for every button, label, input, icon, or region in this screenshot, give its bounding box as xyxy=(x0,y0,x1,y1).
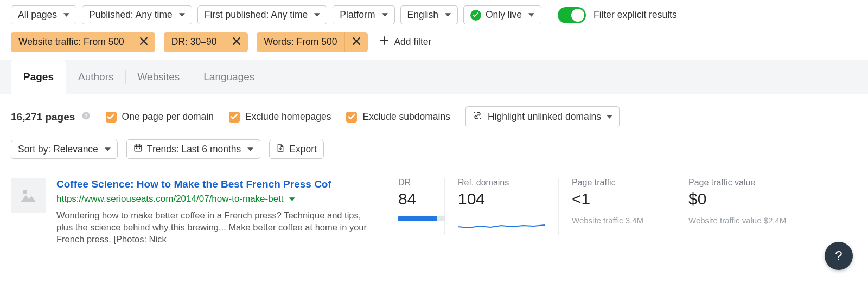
metric-ptv-sub: Website traffic value $2.4M xyxy=(688,216,844,225)
tab-websites[interactable]: Websites xyxy=(125,60,192,94)
result-url[interactable]: https://www.seriouseats.com/2014/07/how-… xyxy=(56,194,284,204)
sort-by-pill[interactable]: Sort by: Relevance xyxy=(11,140,118,159)
caret-down-icon xyxy=(528,12,534,18)
filter-language-label: English xyxy=(407,9,438,21)
filter-published-label: Published: Any time xyxy=(89,9,173,21)
chip-website-traffic[interactable]: Website traffic: From 500 xyxy=(11,32,155,52)
result-row: Coffee Science: How to Make the Best Fre… xyxy=(0,169,868,245)
result-thumbnail xyxy=(11,178,46,213)
check-circle-icon xyxy=(470,10,481,21)
checkbox-box xyxy=(346,112,357,123)
plus-icon xyxy=(380,36,388,48)
export-button[interactable]: Export xyxy=(269,140,324,159)
chip-words-label: Words: From 500 xyxy=(257,32,345,52)
svg-rect-4 xyxy=(139,148,140,149)
filter-only-live[interactable]: Only live xyxy=(463,5,541,24)
results-count: 16,271 pages ? xyxy=(11,111,91,123)
tab-authors[interactable]: Authors xyxy=(66,60,125,94)
filters-row: All pages Published: Any time First publ… xyxy=(0,0,868,29)
metric-ref-domains-value: 104 xyxy=(458,190,545,208)
add-filter-button[interactable]: Add filter xyxy=(376,36,431,48)
caret-down-icon xyxy=(445,12,451,18)
filter-explicit-label: Filter explicit results xyxy=(593,9,677,21)
tab-authors-label: Authors xyxy=(78,71,113,82)
caret-down-icon xyxy=(382,12,388,18)
metric-ref-domains-label: Ref. domains xyxy=(458,178,545,188)
caret-down-icon[interactable] xyxy=(289,194,295,205)
toggle-knob xyxy=(571,9,584,22)
metric-dr-value: 84 xyxy=(398,190,431,208)
filter-published[interactable]: Published: Any time xyxy=(82,5,192,24)
checkbox-exclude-homepages[interactable]: Exclude homepages xyxy=(229,111,331,123)
highlight-unlinked-label: Highlight unlinked domains xyxy=(488,111,601,123)
highlight-unlinked-pill[interactable]: Highlight unlinked domains xyxy=(465,106,620,127)
metric-ptv-value: $0 xyxy=(688,190,844,208)
tab-websites-label: Websites xyxy=(137,71,180,82)
result-metrics: DR 84 Ref. domains 104 Page traffic <1 W… xyxy=(385,178,857,235)
chip-dr[interactable]: DR: 30–90 xyxy=(164,32,248,52)
checkbox-one-per-domain-label: One page per domain xyxy=(122,111,214,123)
filter-explicit-toggle[interactable] xyxy=(558,7,586,23)
result-title-link[interactable]: Coffee Science: How to Make the Best Fre… xyxy=(56,178,374,191)
result-url-row: https://www.seriouseats.com/2014/07/how-… xyxy=(56,194,374,205)
help-icon[interactable]: ? xyxy=(81,111,91,123)
metric-page-traffic-value: <1 xyxy=(572,190,662,208)
svg-rect-3 xyxy=(136,148,137,149)
results-count-text: 16,271 pages xyxy=(11,111,75,123)
tab-pages-label: Pages xyxy=(23,71,54,82)
metric-page-traffic-label: Page traffic xyxy=(572,178,662,188)
metric-page-traffic: Page traffic <1 Website traffic 3.4M xyxy=(558,178,675,235)
chip-dr-close[interactable] xyxy=(225,32,248,52)
close-icon xyxy=(233,36,240,48)
download-icon xyxy=(276,144,285,155)
close-icon xyxy=(353,36,360,48)
image-placeholder-icon xyxy=(18,185,38,205)
chip-words[interactable]: Words: From 500 xyxy=(257,32,368,52)
svg-text:?: ? xyxy=(84,113,87,119)
checkbox-exclude-homepages-label: Exclude homepages xyxy=(245,111,331,123)
filter-first-published-label: First published: Any time xyxy=(205,9,308,21)
metric-dr: DR 84 xyxy=(385,178,444,235)
tab-pages[interactable]: Pages xyxy=(11,60,66,94)
tab-languages-label: Languages xyxy=(203,71,254,82)
metric-page-traffic-sub: Website traffic 3.4M xyxy=(572,216,662,225)
sort-by-label: Sort by: Relevance xyxy=(18,144,98,155)
trends-label: Trends: Last 6 months xyxy=(147,144,241,155)
checkbox-box xyxy=(229,112,240,123)
filter-first-published[interactable]: First published: Any time xyxy=(197,5,328,24)
filter-all-pages-label: All pages xyxy=(18,9,57,21)
metric-ptv-label: Page traffic value xyxy=(688,178,844,188)
filter-platform[interactable]: Platform xyxy=(333,5,394,24)
add-filter-label: Add filter xyxy=(394,36,431,48)
filter-platform-label: Platform xyxy=(340,9,375,21)
caret-down-icon xyxy=(179,12,185,18)
svg-rect-2 xyxy=(135,145,142,151)
chip-website-traffic-close[interactable] xyxy=(132,32,155,52)
svg-point-5 xyxy=(23,190,27,194)
caret-down-icon xyxy=(314,12,320,18)
result-main: Coffee Science: How to Make the Best Fre… xyxy=(56,178,374,245)
checkbox-one-per-domain[interactable]: One page per domain xyxy=(106,111,214,123)
filter-language[interactable]: English xyxy=(400,5,458,24)
checkbox-exclude-subdomains-label: Exclude subdomains xyxy=(362,111,450,123)
active-filters-row: Website traffic: From 500 DR: 30–90 Word… xyxy=(0,29,868,60)
subhead-row: 16,271 pages ? One page per domain Exclu… xyxy=(0,94,868,132)
trends-pill[interactable]: Trends: Last 6 months xyxy=(126,139,260,159)
ref-domains-sparkline xyxy=(458,219,545,235)
chip-words-close[interactable] xyxy=(344,32,368,52)
export-label: Export xyxy=(289,144,317,155)
filter-all-pages[interactable]: All pages xyxy=(11,5,76,24)
metric-ref-domains: Ref. domains 104 xyxy=(444,178,558,235)
metric-page-traffic-value: Page traffic value $0 Website traffic va… xyxy=(675,178,857,235)
metric-dr-label: DR xyxy=(398,178,431,188)
dr-progress-bar xyxy=(398,216,445,221)
result-description: Wondering how to make better coffee in a… xyxy=(56,209,374,246)
tab-languages[interactable]: Languages xyxy=(192,60,266,94)
caret-down-icon xyxy=(105,146,111,152)
filter-only-live-label: Only live xyxy=(486,9,522,21)
checkbox-exclude-subdomains[interactable]: Exclude subdomains xyxy=(346,111,450,123)
checkbox-box xyxy=(106,112,117,123)
chip-website-traffic-label: Website traffic: From 500 xyxy=(11,32,132,52)
filter-explicit-toggle-group: Filter explicit results xyxy=(558,7,677,23)
caret-down-icon xyxy=(247,146,253,152)
